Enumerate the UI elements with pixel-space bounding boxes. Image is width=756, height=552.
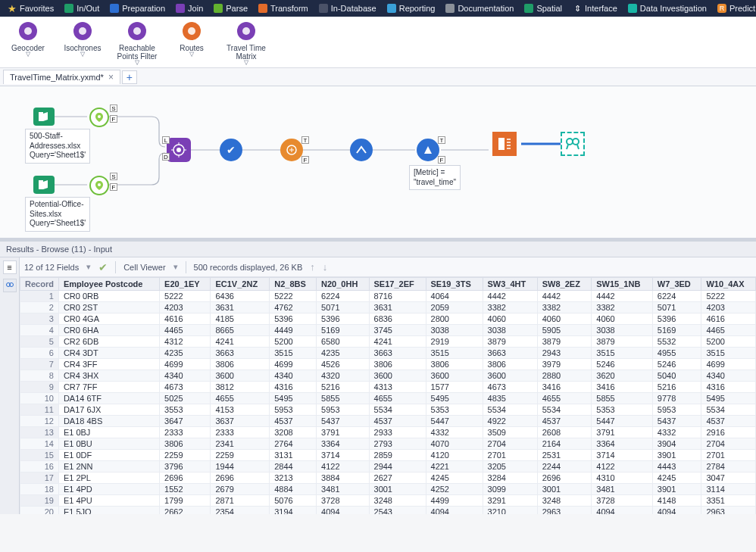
cell[interactable]: 3416 xyxy=(537,382,592,393)
travel-time-matrix-tool[interactable] xyxy=(167,138,191,162)
cell[interactable]: 4616 xyxy=(160,313,211,325)
cell[interactable]: 17 xyxy=(20,472,59,484)
cell[interactable]: 4320 xyxy=(317,370,369,382)
chevron-down-icon[interactable]: ▽ xyxy=(26,52,30,57)
cell[interactable]: 6224 xyxy=(652,291,701,302)
cell[interactable]: 2679 xyxy=(211,484,270,495)
cell[interactable]: CR7 7FF xyxy=(58,382,159,393)
cell[interactable]: 3812 xyxy=(211,382,270,393)
cell[interactable]: 2 xyxy=(20,302,59,313)
cell[interactable]: E1 4PU xyxy=(58,495,159,507)
cell[interactable]: 3038 xyxy=(483,325,537,336)
cell[interactable]: 5495 xyxy=(270,393,317,404)
cell[interactable]: 2662 xyxy=(160,507,211,515)
cell[interactable]: 2784 xyxy=(701,461,756,472)
cell[interactable]: 4442 xyxy=(483,291,537,302)
cell[interactable]: 2963 xyxy=(537,507,592,515)
column-header[interactable]: SW3_4HT xyxy=(483,278,537,291)
cell[interactable]: 3806 xyxy=(369,359,426,370)
cell[interactable]: 4922 xyxy=(483,416,537,427)
favorites-tab[interactable]: ★ Favorites xyxy=(5,3,57,14)
table-row[interactable]: 15E1 0DF22592259313137142859412027012531… xyxy=(20,450,756,461)
chevron-down-icon[interactable]: ▽ xyxy=(135,61,139,65)
browse-tool[interactable] xyxy=(561,132,585,156)
cell[interactable]: 4252 xyxy=(426,484,483,495)
cell[interactable]: 4235 xyxy=(317,348,369,359)
column-header[interactable]: SW15_1NB xyxy=(592,278,653,291)
cell[interactable]: 4312 xyxy=(160,336,211,348)
formula-tool[interactable] xyxy=(280,139,303,161)
table-row[interactable]: 19E1 4PU17992871507637283248449932913248… xyxy=(20,495,756,507)
cell[interactable]: 2793 xyxy=(369,438,426,450)
cell[interactable]: 14 xyxy=(20,438,59,450)
cell[interactable]: 3284 xyxy=(483,472,537,484)
cell[interactable]: 2916 xyxy=(701,427,756,438)
select-tool-1[interactable] xyxy=(89,108,109,127)
cell[interactable]: 4122 xyxy=(317,461,369,472)
cell[interactable]: 2963 xyxy=(701,507,756,515)
cell[interactable]: E1 2NN xyxy=(58,461,159,472)
cell[interactable]: 3879 xyxy=(592,336,653,348)
cell[interactable]: 3879 xyxy=(483,336,537,348)
cell[interactable]: 5855 xyxy=(592,393,653,404)
cell[interactable]: 3515 xyxy=(426,348,483,359)
cell[interactable]: 4070 xyxy=(426,438,483,450)
palette-tool-routes[interactable]: Routes▽ xyxy=(170,20,214,65)
chevron-down-icon[interactable]: ▽ xyxy=(244,61,248,65)
cell[interactable]: 3631 xyxy=(211,302,270,313)
cell[interactable]: 3647 xyxy=(160,416,211,427)
cell[interactable]: 3796 xyxy=(160,461,211,472)
cell[interactable]: 5 xyxy=(20,336,59,348)
cell[interactable]: 4316 xyxy=(270,382,317,393)
cell[interactable]: 1552 xyxy=(160,484,211,495)
cell[interactable]: 4465 xyxy=(701,325,756,336)
new-tab-button[interactable]: + xyxy=(122,70,137,84)
cell[interactable]: 2844 xyxy=(270,461,317,472)
cell[interactable]: 3416 xyxy=(592,382,653,393)
cell[interactable]: 4537 xyxy=(701,416,756,427)
cell[interactable]: 3481 xyxy=(317,484,369,495)
cell[interactable]: 4060 xyxy=(537,313,592,325)
table-row[interactable]: 20E1 5JQ26622354319440942543409432102963… xyxy=(20,507,756,515)
cell[interactable]: 5447 xyxy=(592,416,653,427)
cell[interactable]: 5953 xyxy=(652,404,701,416)
cell[interactable]: 2764 xyxy=(270,438,317,450)
cell[interactable]: 3663 xyxy=(483,348,537,359)
column-header[interactable]: Employee Postcode xyxy=(58,278,159,291)
cell[interactable]: 3791 xyxy=(317,427,369,438)
cell[interactable]: 3213 xyxy=(270,472,317,484)
cell[interactable]: 4443 xyxy=(652,461,701,472)
cell[interactable]: 4221 xyxy=(426,461,483,472)
column-header[interactable]: N20_0HH xyxy=(317,278,369,291)
cell[interactable]: 4442 xyxy=(537,291,592,302)
table-row[interactable]: 1CR0 0RB52226436522262248716406444424442… xyxy=(20,291,756,302)
cell[interactable]: 3901 xyxy=(652,484,701,495)
cell[interactable]: 3291 xyxy=(483,495,537,507)
cell[interactable]: 1577 xyxy=(426,382,483,393)
ribbon-cat-interface[interactable]: ⇕Interface xyxy=(570,4,620,13)
cell[interactable]: 18 xyxy=(20,484,59,495)
cell[interactable]: 3714 xyxy=(592,450,653,461)
cell[interactable]: 3194 xyxy=(270,507,317,515)
cell[interactable]: 2919 xyxy=(426,336,483,348)
cell[interactable]: CR0 0RB xyxy=(58,291,159,302)
palette-tool-isochrones[interactable]: Isochrones▽ xyxy=(61,20,105,65)
cell[interactable]: 4673 xyxy=(483,382,537,393)
cell[interactable]: 4955 xyxy=(652,348,701,359)
table-row[interactable]: 7CR4 3FF46993806469945263806380638063979… xyxy=(20,359,756,370)
cell[interactable]: 3600 xyxy=(426,370,483,382)
cell[interactable]: 5076 xyxy=(270,495,317,507)
cell[interactable]: 6 xyxy=(20,348,59,359)
cell[interactable]: 20 xyxy=(20,507,59,515)
table-row[interactable]: 16E1 2NN37961944284441222944422132052244… xyxy=(20,461,756,472)
cell[interactable]: 3038 xyxy=(592,325,653,336)
cell[interactable]: 3714 xyxy=(317,450,369,461)
cell[interactable]: 4655 xyxy=(537,393,592,404)
cell[interactable]: 2701 xyxy=(483,450,537,461)
cell[interactable]: 5855 xyxy=(317,393,369,404)
cell[interactable]: 3205 xyxy=(483,461,537,472)
close-icon[interactable]: × xyxy=(108,72,114,83)
column-header[interactable]: Record xyxy=(20,278,59,291)
chevron-down-icon[interactable]: ▽ xyxy=(189,52,194,57)
table-row[interactable]: 14E1 0BU38062341276433642793407027042164… xyxy=(20,438,756,450)
